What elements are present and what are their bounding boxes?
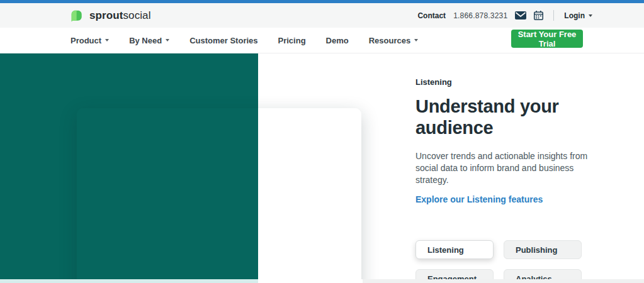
hero-section: Listening Understand your audience Uncov… (0, 53, 644, 279)
nav-item-pricing[interactable]: Pricing (278, 36, 306, 45)
envelope-icon (515, 11, 526, 19)
nav-label: Demo (326, 36, 349, 45)
nav-label: Product (71, 36, 101, 45)
nav-item-demo[interactable]: Demo (326, 36, 349, 45)
chevron-down-icon (414, 39, 418, 42)
hero-heading: Understand your audience (415, 96, 592, 138)
topbar-right-cluster: Contact 1.866.878.3231 (417, 10, 592, 21)
tab-publishing[interactable]: Publishing (504, 240, 582, 259)
nav-label: Pricing (278, 36, 306, 45)
tab-engagement[interactable]: Engagement (415, 269, 494, 279)
explore-listening-link[interactable]: Explore our Listening features (415, 194, 543, 204)
nav-item-by-need[interactable]: By Need (129, 36, 169, 45)
email-contact-button[interactable] (515, 11, 526, 19)
nav-label: Resources (369, 36, 410, 45)
schedule-demo-button[interactable] (534, 11, 543, 20)
next-section-gray-segment (363, 279, 644, 283)
sprout-social-page: sproutsocial Contact 1.866.878.3231 (0, 0, 644, 283)
hero-feature-card (77, 108, 361, 279)
utility-topbar: sproutsocial Contact 1.866.878.3231 (0, 3, 644, 28)
tab-listening[interactable]: Listening (415, 240, 494, 259)
nav-item-resources[interactable]: Resources (369, 36, 418, 45)
logo-word-sprout: sprout (89, 9, 123, 21)
chevron-down-icon (589, 14, 592, 17)
hero-eyebrow-label: Listening (415, 77, 606, 87)
start-free-trial-button[interactable]: Start Your Free Trial (511, 30, 583, 48)
topbar-divider (553, 10, 554, 21)
login-label: Login (564, 11, 585, 20)
next-section-edge (0, 279, 644, 283)
sprout-social-logo[interactable]: sproutsocial (69, 9, 151, 23)
hero-content: Listening Understand your audience Uncov… (415, 77, 606, 279)
nav-item-customer-stories[interactable]: Customer Stories (189, 36, 257, 45)
main-navbar: Product By Need Customer Stories Pricing… (0, 28, 644, 53)
logo-wordmark: sproutsocial (89, 9, 151, 22)
chevron-down-icon (105, 39, 109, 42)
tab-analytics[interactable]: Analytics (504, 269, 582, 279)
chevron-down-icon (166, 39, 169, 42)
leaf-icon (69, 9, 83, 23)
contact-link[interactable]: Contact (417, 11, 446, 20)
nav-label: Customer Stories (189, 36, 257, 45)
calendar-icon (534, 11, 543, 20)
next-section-cyan-segment (0, 279, 258, 283)
feature-tabs: Listening Publishing Engagement Analytic… (415, 240, 606, 279)
hero-description: Uncover trends and actionable insights f… (415, 150, 606, 186)
nav-label: By Need (129, 36, 162, 45)
phone-number[interactable]: 1.866.878.3231 (453, 11, 507, 20)
login-menu[interactable]: Login (564, 11, 592, 20)
nav-item-product[interactable]: Product (71, 36, 109, 45)
logo-word-social: social (123, 9, 150, 21)
